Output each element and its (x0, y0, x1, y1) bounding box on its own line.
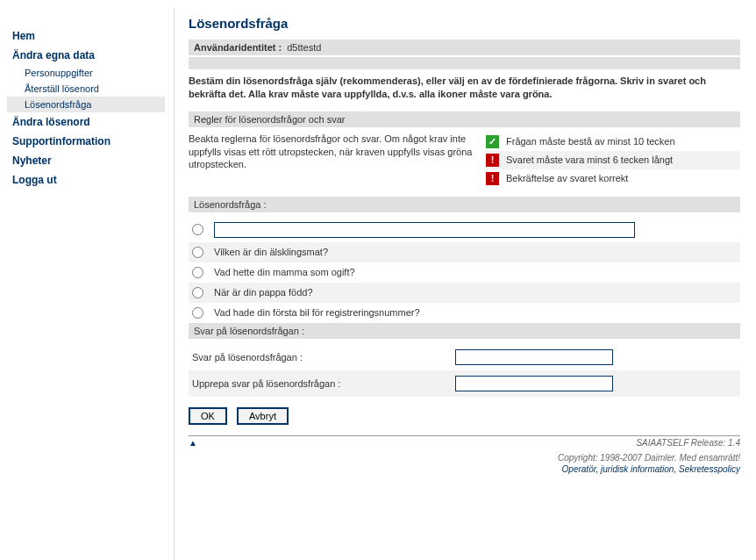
nav-personal-info[interactable]: Personuppgifter (7, 65, 165, 81)
user-identity-value: d5ttestd (287, 42, 321, 53)
rule-text-0: Frågan måste bestå av minst 10 tecken (506, 136, 675, 147)
answer-input[interactable] (455, 349, 613, 365)
rule-text-1: Svaret måste vara minst 6 tecken långt (506, 154, 673, 165)
collapse-icon[interactable]: ▲ (189, 438, 197, 448)
question-option-0: Vilken är din älsklingsmat? (189, 242, 740, 262)
rule-item-1: ! Svaret måste vara minst 6 tecken långt (486, 151, 740, 169)
copyright-text: Copyright: 1998-2007 Daimler. Med ensamr… (189, 453, 740, 463)
answer-header: Svar på lösenordsfrågan : (189, 323, 740, 339)
rule-text-2: Bekräftelse av svaret korrekt (506, 173, 628, 183)
footer-links[interactable]: Operatör, juridisk information, Sekretes… (562, 464, 740, 474)
main-content: Lösenordsfråga Användaridentitet : d5tte… (174, 7, 756, 560)
radio-label-2: När är din pappa född? (214, 287, 313, 298)
question-option-2: När är din pappa född? (189, 283, 740, 303)
rules-header: Regler för lösenordsfrågor och svar (189, 111, 740, 127)
nav-support-info[interactable]: Supportinformation (7, 132, 165, 151)
answer-repeat-input[interactable] (455, 376, 613, 391)
answer-row: Svar på lösenordsfrågan : (189, 344, 740, 370)
nav-change-password[interactable]: Ändra lösenord (7, 112, 165, 132)
question-header: Lösenordsfråga : (189, 197, 740, 212)
button-row: OK Avbryt (189, 407, 740, 425)
question-option-1: Vad hette din mamma som ogift? (189, 262, 740, 283)
release-text: SAIAATSELF Release: 1.4 (636, 438, 740, 448)
question-option-3: Vad hade din första bil för registrering… (189, 303, 740, 323)
spacer-bar (189, 57, 740, 69)
nav-news[interactable]: Nyheter (7, 151, 165, 170)
rules-description: Beakta reglerna för lösenordsfrågor och … (189, 133, 474, 188)
rules-list: ✓ Frågan måste bestå av minst 10 tecken … (486, 133, 740, 188)
radio-option-3[interactable] (192, 307, 203, 319)
nav-reset-password[interactable]: Återställ lösenord (7, 81, 165, 97)
user-identity-row: Användaridentitet : d5ttestd (189, 39, 740, 55)
radio-option-0[interactable] (192, 247, 203, 258)
answer-repeat-label: Upprepa svar på lösenordsfrågan : (192, 378, 455, 389)
rule-item-0: ✓ Frågan måste bestå av minst 10 tecken (486, 133, 740, 151)
rule-item-2: ! Bekräftelse av svaret korrekt (486, 169, 740, 188)
answer-label: Svar på lösenordsfrågan : (192, 352, 455, 363)
page-title: Lösenordsfråga (189, 16, 740, 31)
ok-button[interactable]: OK (189, 407, 227, 425)
alert-icon: ! (486, 172, 499, 185)
question-option-custom (189, 218, 740, 242)
sidebar: Hem Ändra egna data Personuppgifter Åter… (7, 7, 174, 560)
radio-custom[interactable] (192, 224, 203, 235)
footer: ▲ SAIAATSELF Release: 1.4 Copyright: 199… (189, 435, 740, 474)
radio-label-1: Vad hette din mamma som ogift? (214, 267, 355, 277)
nav-logout[interactable]: Logga ut (7, 170, 165, 190)
nav-edit-own-data[interactable]: Ändra egna data (7, 46, 165, 65)
check-icon: ✓ (486, 135, 499, 148)
radio-option-2[interactable] (192, 287, 203, 298)
instructions-text: Bestäm din lösenordsfråga själv (rekomme… (189, 75, 740, 101)
radio-option-1[interactable] (192, 267, 203, 278)
radio-label-0: Vilken är din älsklingsmat? (214, 247, 328, 257)
custom-question-input[interactable] (214, 222, 635, 238)
nav-password-question[interactable]: Lösenordsfråga (7, 97, 165, 112)
alert-icon: ! (486, 154, 499, 167)
user-identity-label: Användaridentitet : (194, 42, 282, 53)
cancel-button[interactable]: Avbryt (237, 407, 289, 425)
answer-repeat-row: Upprepa svar på lösenordsfrågan : (189, 370, 740, 397)
nav-home[interactable]: Hem (7, 26, 165, 46)
radio-label-3: Vad hade din första bil för registrering… (214, 307, 420, 318)
